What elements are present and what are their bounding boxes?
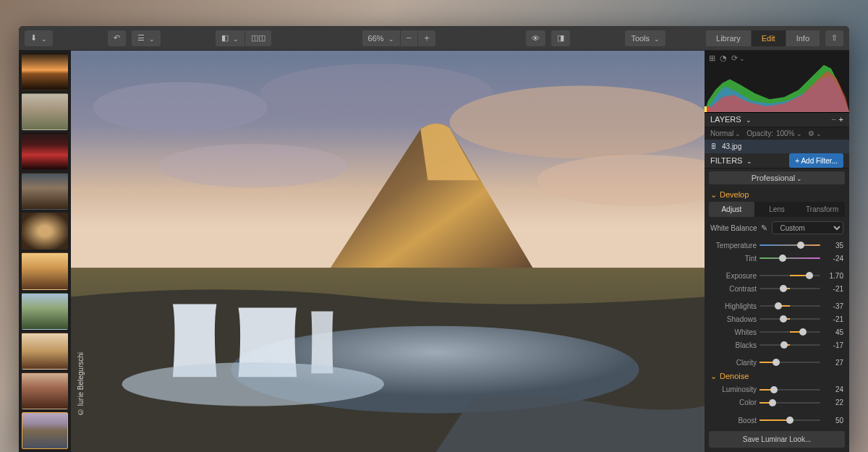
view-tabs: Library Edit Info [706, 30, 820, 46]
main-image [71, 51, 705, 452]
remove-layer-icon[interactable]: − [831, 115, 835, 124]
thumbnail[interactable] [22, 54, 68, 90]
zoom-out-button[interactable]: − [401, 30, 418, 46]
adjustment-icon: 🎚 [710, 142, 718, 150]
svg-rect-10 [705, 106, 707, 112]
opacity-value[interactable]: 100% [776, 129, 802, 137]
layers-header[interactable]: LAYERS − + [705, 113, 849, 127]
tab-transform[interactable]: Transform [799, 202, 845, 217]
add-layer-icon[interactable]: + [839, 115, 843, 124]
slider-highlights[interactable]: Highlights -37 [705, 299, 849, 312]
undo-button[interactable]: ↶ [108, 30, 126, 46]
undo-icon: ↶ [114, 33, 120, 43]
slider-boost[interactable]: Boost 50 [705, 414, 849, 427]
chevron-down-icon: ⌄ [710, 190, 717, 200]
wb-label: White Balance [710, 224, 757, 232]
tools-menu[interactable]: Tools [625, 30, 665, 46]
thumbnail[interactable] [22, 133, 68, 170]
tab-library[interactable]: Library [706, 30, 751, 46]
tab-adjust[interactable]: Adjust [709, 202, 754, 217]
share-icon: ⇧ [831, 33, 838, 43]
layer-options: Normal Opacity: 100% ⚙ [705, 127, 849, 140]
slider-shadows[interactable]: Shadows -21 [705, 312, 849, 325]
hist-clip-icon[interactable]: ◔ [720, 54, 727, 63]
compare-icon: ◫◫ [251, 33, 265, 43]
thumbnail[interactable] [22, 173, 68, 210]
slider-luminosity[interactable]: Luminosity 24 [705, 383, 849, 396]
svg-point-5 [158, 144, 348, 187]
hist-refresh-icon[interactable]: ⟳ [731, 54, 745, 63]
svg-point-8 [122, 362, 383, 406]
slider-contrast[interactable]: Contrast -21 [705, 282, 849, 295]
slider-tint[interactable]: Tint -24 [705, 252, 849, 265]
layout-button[interactable]: ◧ [216, 30, 244, 46]
tab-lens[interactable]: Lens [754, 202, 800, 217]
app-window: ⬇ ↶ ☰ ◧ ◫◫ 66% − + 👁 ◨ Tools Library Edi… [19, 26, 849, 452]
compare-button[interactable]: ◫◫ [245, 30, 271, 46]
thumbnail-strip[interactable] [19, 51, 71, 452]
preview-button[interactable]: 👁 [526, 30, 545, 46]
develop-section[interactable]: ⌄ Develop [705, 187, 849, 202]
svg-point-3 [450, 85, 705, 158]
denoise-section[interactable]: ⌄ Denoise [705, 369, 849, 383]
share-button[interactable]: ⇧ [825, 30, 843, 46]
export-button[interactable]: ⬇ [25, 30, 53, 46]
history-button[interactable]: ☰ [132, 30, 161, 46]
gear-icon[interactable]: ⚙ [808, 129, 822, 137]
slider-temperature[interactable]: Temperature 35 [705, 239, 849, 252]
canvas[interactable]: © Iurie Belegurschi [71, 51, 705, 452]
hist-mode-icon[interactable]: ⊞ [709, 54, 715, 63]
thumbnail[interactable] [22, 213, 68, 250]
image-credit: © Iurie Belegurschi [77, 352, 85, 416]
zoom-in-button[interactable]: + [418, 30, 435, 46]
slider-color[interactable]: Color 22 [705, 396, 849, 409]
list-icon: ☰ [137, 33, 145, 43]
side-panel: ⊞ ◔ ⟳ LAYERS − + Normal [705, 51, 849, 452]
slider-clarity[interactable]: Clarity 27 [705, 356, 849, 369]
blend-mode[interactable]: Normal [710, 129, 741, 137]
chevron-down-icon: ⌄ [710, 372, 717, 381]
layer-item[interactable]: 🎚 43.jpg [705, 140, 849, 154]
slider-whites[interactable]: Whites 45 [705, 325, 849, 338]
tab-info[interactable]: Info [786, 30, 820, 46]
thumbnail[interactable] [22, 252, 68, 289]
svg-point-1 [93, 82, 268, 132]
thumbnail[interactable] [22, 333, 68, 370]
filters-header[interactable]: FILTERS + Add Filter... [705, 153, 849, 169]
eye-icon: 👁 [532, 34, 540, 43]
save-look-button[interactable]: Save Luminar Look... [709, 431, 845, 448]
slider-blacks[interactable]: Blacks -17 [705, 338, 849, 351]
opacity-label: Opacity: [746, 129, 773, 137]
split-icon: ◨ [557, 33, 564, 43]
thumbnail[interactable] [22, 93, 68, 130]
add-filter-button[interactable]: + Add Filter... [789, 153, 843, 168]
slider-exposure[interactable]: Exposure 1.70 [705, 269, 849, 282]
preset-selector[interactable]: Professional [709, 171, 845, 184]
sidebar-icon: ◧ [221, 33, 229, 43]
zoom-level[interactable]: 66% [362, 30, 400, 46]
split-preview-button[interactable]: ◨ [551, 30, 570, 46]
thumbnail[interactable] [22, 372, 68, 409]
wb-mode-select[interactable]: Custom [772, 221, 843, 234]
thumbnail[interactable] [22, 293, 68, 330]
toolbar: ⬇ ↶ ☰ ◧ ◫◫ 66% − + 👁 ◨ Tools Library Edi… [19, 26, 849, 51]
download-icon: ⬇ [30, 33, 37, 43]
histogram[interactable]: ⊞ ◔ ⟳ [705, 51, 849, 113]
develop-tabs: Adjust Lens Transform [709, 202, 845, 217]
eyedropper-icon[interactable]: ✎ [761, 223, 767, 233]
tab-edit[interactable]: Edit [752, 30, 786, 46]
thumbnail[interactable] [22, 412, 68, 449]
